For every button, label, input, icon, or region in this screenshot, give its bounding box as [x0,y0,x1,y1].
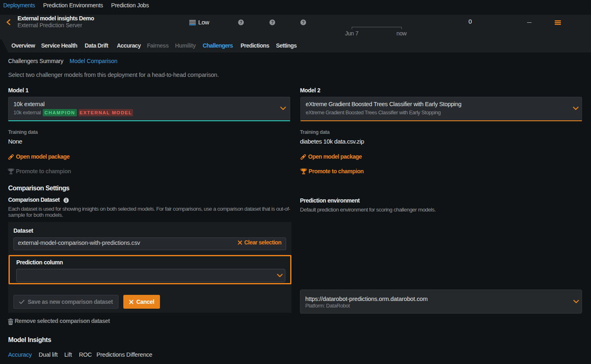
svg-text:?: ? [240,20,242,25]
svg-text:?: ? [271,20,274,25]
svg-text:?: ? [302,20,304,25]
